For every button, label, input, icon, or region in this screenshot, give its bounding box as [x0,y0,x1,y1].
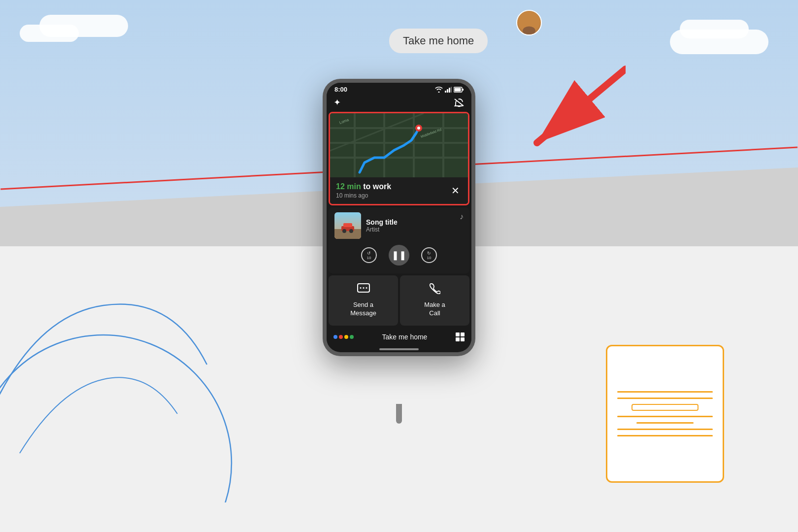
svg-rect-7 [449,88,450,93]
dot-blue [333,335,337,339]
notifications-off-icon [454,98,465,107]
apps-grid-icon[interactable] [456,332,465,341]
svg-point-32 [360,287,361,289]
map-roads: Loma Middlefield Rd [330,113,468,177]
grid-cell-2 [461,332,465,336]
dot-yellow [344,335,348,339]
red-arrow [498,64,626,163]
svg-point-1 [525,15,533,24]
phone-icon [430,283,440,297]
grid-cell-1 [456,332,460,336]
bottom-bar: Take me home [327,328,471,345]
card-line-6 [617,435,713,436]
google-dots [333,335,354,339]
dot-red [339,335,343,339]
map-card[interactable]: Loma Middlefield Rd 12 min to work 10 mi… [329,112,469,205]
message-icon [357,283,370,297]
duration-highlight: 12 min [336,182,361,191]
avatar-face [517,11,541,34]
wifi-icon [435,87,443,93]
svg-point-29 [342,229,346,233]
music-header: Song title Artist ♪ [334,212,464,239]
svg-rect-11 [463,89,464,91]
rewind-button[interactable]: ↺ 10 [361,247,377,263]
top-bar: ✦ [327,95,471,112]
bottom-bar-text: Take me home [382,333,428,341]
make-call-button[interactable]: Make aCall [400,275,469,326]
svg-point-2 [523,26,535,35]
svg-rect-8 [451,87,452,93]
avatar [516,10,542,35]
map-subtitle: 10 mins ago [336,192,391,199]
card-box [632,404,698,411]
grid-cell-4 [461,337,465,341]
svg-point-22 [417,127,420,130]
svg-rect-10 [455,88,461,91]
voice-bubble: Take me home [389,29,488,53]
map-text-block: 12 min to work 10 mins ago [336,182,391,199]
signal-icon [445,87,452,93]
card-line-1 [617,391,713,393]
forward-button[interactable]: ↻ 10 [421,247,437,263]
svg-rect-6 [447,89,448,93]
song-artist: Artist [366,226,398,233]
card-line-5 [617,429,713,430]
music-info: Song title Artist [366,218,398,233]
status-bar: 8:00 [327,83,471,95]
cloud-2 [20,25,79,42]
card-line-4 [636,422,694,424]
svg-point-33 [363,287,364,289]
music-note-icon: ♪ [460,212,464,221]
assistant-icon: ✦ [333,97,341,108]
card-line-2 [617,398,713,399]
svg-point-30 [349,229,353,233]
grid-cell-3 [456,337,460,341]
music-section: Song title Artist ♪ ↺ 10 ❚❚ ↻ 10 [329,207,469,273]
dot-green [350,335,354,339]
battery-icon [454,87,464,93]
yellow-card-decoration [606,345,724,483]
status-time: 8:00 [334,86,347,93]
map-visual: Loma Middlefield Rd [330,113,468,177]
send-message-button[interactable]: Send aMessage [329,275,398,326]
home-indicator [379,348,419,350]
pause-button[interactable]: ❚❚ [389,245,409,266]
svg-line-4 [537,69,626,143]
send-message-label: Send aMessage [350,301,376,318]
svg-rect-5 [445,91,446,93]
voice-bubble-text: Take me home [403,34,474,47]
song-title: Song title [366,218,398,226]
playback-controls: ↺ 10 ❚❚ ↻ 10 [334,243,464,268]
phone-cable [396,404,402,424]
svg-point-0 [0,335,232,502]
phone-screen: 8:00 [327,83,471,352]
card-line-3 [617,416,713,417]
map-close-button[interactable]: ✕ [448,184,462,198]
map-duration: 12 min to work [336,182,391,191]
cloud-4 [680,20,749,38]
phone-device: 8:00 [323,79,475,356]
make-call-label: Make aCall [424,301,445,318]
album-art [334,212,361,239]
music-info-left: Song title Artist [334,212,398,239]
map-info: 12 min to work 10 mins ago ✕ [330,177,468,204]
status-icons [435,87,464,93]
svg-point-34 [366,287,367,289]
action-buttons: Send aMessage Make aCall [329,275,469,326]
duration-text: to work [363,182,391,191]
svg-rect-28 [343,223,352,227]
car-outline-decoration [0,217,246,502]
